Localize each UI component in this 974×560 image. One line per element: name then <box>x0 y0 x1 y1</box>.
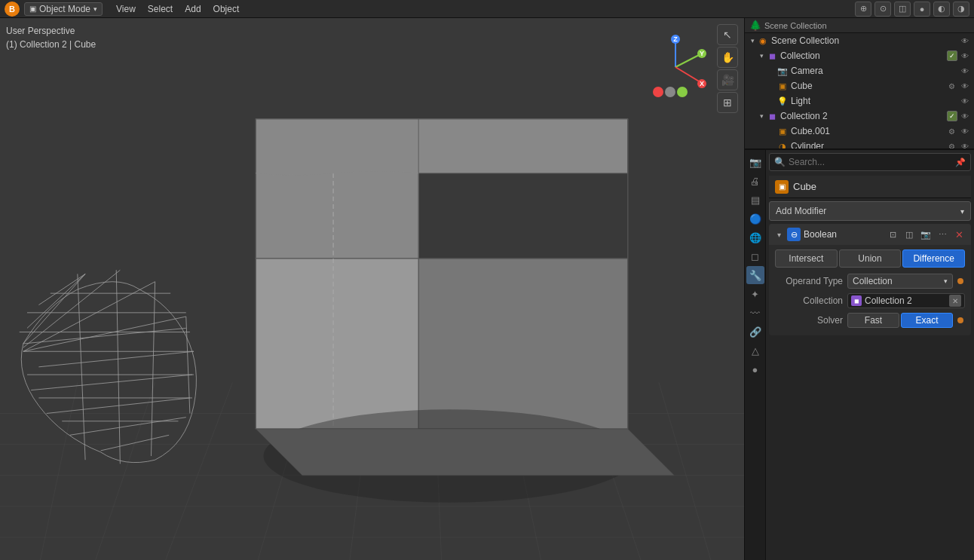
operand-dot-indicator <box>957 278 963 284</box>
outliner-item-scene-collection[interactable]: ▾ ◉ Scene Collection 👁 <box>745 33 974 48</box>
menu-select[interactable]: Select <box>142 2 179 16</box>
camera-orbit-btn[interactable]: 🎥 <box>717 69 738 90</box>
operand-type-dropdown[interactable]: Collection ▾ <box>847 274 953 289</box>
menu-object[interactable]: Object <box>207 2 246 16</box>
operation-buttons: Intersect Union Difference <box>775 249 965 268</box>
collection-field-value: Collection 2 <box>865 295 912 306</box>
solver-dot-indicator <box>957 317 963 323</box>
cylinder-visibility[interactable]: 👁 <box>959 140 971 150</box>
tree-expand-collection2[interactable]: ▾ <box>757 112 766 121</box>
light-icon: 💡 <box>776 95 789 107</box>
pin-icon[interactable]: 📌 <box>955 158 966 167</box>
object-properties-icon[interactable]: ◻ <box>746 247 764 265</box>
outliner-item-collection[interactable]: ▾ ◼ Collection ✓ 👁 <box>745 48 974 63</box>
tree-expand-collection[interactable]: ▾ <box>757 51 766 60</box>
material-properties-icon[interactable]: ● <box>746 360 764 378</box>
camera-icon: 📷 <box>776 65 789 77</box>
solver-exact-button[interactable]: Exact <box>901 313 953 328</box>
xray-toggle[interactable]: ◫ <box>894 2 911 17</box>
physics-icon[interactable]: 〰 <box>746 304 764 322</box>
cube001-right-icons: ⚙ 👁 <box>945 125 971 137</box>
move-tool-btn[interactable]: ✋ <box>717 47 738 68</box>
collection-value-field[interactable]: ◼ Collection 2 ✕ <box>847 293 965 308</box>
solver-fast-button[interactable]: Fast <box>847 313 899 328</box>
data-properties-icon[interactable]: △ <box>746 341 764 360</box>
menu-bar: View Select Add Object <box>110 2 245 16</box>
output-properties-icon[interactable]: 🖨 <box>746 172 764 190</box>
add-modifier-label: Add Modifier <box>776 206 826 216</box>
outliner-item-camera[interactable]: ▸ 📷 Camera 👁 <box>745 63 974 78</box>
light-visibility[interactable]: 👁 <box>959 95 971 107</box>
collection2-checkbox[interactable]: ✓ <box>947 111 957 121</box>
collection-right-icons: ✓ 👁 <box>947 50 971 62</box>
world-properties-icon[interactable]: 🌐 <box>746 228 764 246</box>
solver-buttons: Fast Exact <box>847 313 953 328</box>
select-tool-btn[interactable]: ↖ <box>717 24 738 45</box>
modifier-camera-icon[interactable]: 📷 <box>918 227 933 242</box>
cube-filter[interactable]: ⚙ <box>945 80 957 92</box>
camera-visibility[interactable]: 👁 <box>959 65 971 77</box>
svg-marker-40 <box>256 259 418 429</box>
cylinder-filter[interactable]: ⚙ <box>945 140 957 150</box>
outliner-item-cube[interactable]: ▸ ▣ Cube ⚙ 👁 <box>745 78 974 93</box>
outliner-item-collection2[interactable]: ▾ ◼ Collection 2 ✓ 👁 <box>745 109 974 124</box>
grid-view-btn[interactable]: ⊞ <box>717 92 738 113</box>
outliner-item-light[interactable]: ▸ 💡 Light 👁 <box>745 93 974 109</box>
collection-row: Collection ◼ Collection 2 ✕ <box>775 292 965 310</box>
cube-visibility[interactable]: 👁 <box>959 80 971 92</box>
viewport-shading-mat[interactable]: ◐ <box>933 2 950 17</box>
outliner-header: 🌲 Scene Collection <box>745 18 974 33</box>
cube-icon: ▣ <box>776 80 789 92</box>
viewport-shading-render[interactable]: ◑ <box>953 2 969 17</box>
tree-expand-scene[interactable]: ▾ <box>748 36 757 45</box>
modifier-properties-icon[interactable]: 🔧 <box>746 266 764 284</box>
menu-add[interactable]: Add <box>179 2 207 16</box>
render-properties-icon[interactable]: 📷 <box>746 153 764 171</box>
outliner-item-cylinder[interactable]: ▸ ◑ Cylinder ⚙ 👁 <box>745 139 974 150</box>
visibility-icon[interactable]: 👁 <box>959 35 971 47</box>
viewport-shading-solid[interactable]: ● <box>914 2 930 17</box>
outliner: 🌲 Scene Collection ▾ ◉ Scene Collection … <box>745 18 974 150</box>
particles-icon[interactable]: ✦ <box>746 285 764 303</box>
difference-button[interactable]: Difference <box>902 249 965 268</box>
outliner-title: Scene Collection <box>764 21 827 30</box>
scene-right-icons: 👁 <box>959 35 971 47</box>
collection2-right-icons: ✓ 👁 <box>947 110 971 122</box>
add-modifier-button[interactable]: Add Modifier ▾ <box>769 201 971 221</box>
topbar-right: ⊕ ⊙ ◫ ● ◐ ◑ <box>855 2 969 17</box>
object-header: ▣ Cube <box>769 176 971 198</box>
intersect-button[interactable]: Intersect <box>775 249 838 268</box>
properties-search-input[interactable] <box>789 157 952 167</box>
modifier-expand[interactable]: ▾ <box>773 229 784 240</box>
collection2-visibility[interactable]: 👁 <box>959 110 971 122</box>
collection-clear-button[interactable]: ✕ <box>949 295 961 307</box>
gizmo-toggle[interactable]: ⊕ <box>855 2 871 17</box>
right-panel: 🌲 Scene Collection ▾ ◉ Scene Collection … <box>744 18 974 560</box>
boolean-modifier: ▾ ⊖ Boolean ⊡ ◫ 📷 ⋯ ✕ <box>769 224 971 335</box>
collection-visibility[interactable]: 👁 <box>959 50 971 62</box>
collection-field-icon: ◼ <box>851 295 862 306</box>
outliner-item-cube001[interactable]: ▸ ▣ Cube.001 ⚙ 👁 <box>745 124 974 139</box>
union-button[interactable]: Union <box>839 249 902 268</box>
cube001-filter[interactable]: ⚙ <box>945 125 957 137</box>
cube001-icon: ▣ <box>776 125 789 137</box>
modifier-render-icon[interactable]: ◫ <box>902 227 917 242</box>
mode-selector[interactable]: ▣ Object Mode ▾ <box>24 2 103 16</box>
modifier-menu-icon[interactable]: ⋯ <box>935 227 950 242</box>
constraints-icon[interactable]: 🔗 <box>746 323 764 341</box>
menu-view[interactable]: View <box>110 2 142 16</box>
overlay-toggle[interactable]: ⊙ <box>874 2 891 17</box>
modifier-name-label: Boolean <box>804 229 882 240</box>
boolean-type-icon: ⊖ <box>787 228 801 241</box>
scene-properties-icon[interactable]: 🔵 <box>746 210 764 228</box>
viewport-right-toolbar: ↖ ✋ 🎥 ⊞ <box>717 24 738 113</box>
modifier-delete-button[interactable]: ✕ <box>951 227 966 242</box>
collection-checkbox[interactable]: ✓ <box>947 50 957 61</box>
view-layer-icon[interactable]: ▤ <box>746 191 764 209</box>
modifier-realtime-icon[interactable]: ⊡ <box>885 227 900 242</box>
camera-label: Camera <box>791 66 959 76</box>
operand-type-value: Collection <box>853 276 893 286</box>
viewport[interactable]: User Perspective (1) Collection 2 | Cube… <box>0 18 744 560</box>
cube001-visibility[interactable]: 👁 <box>959 125 971 137</box>
scene-icon: ◉ <box>757 35 769 47</box>
